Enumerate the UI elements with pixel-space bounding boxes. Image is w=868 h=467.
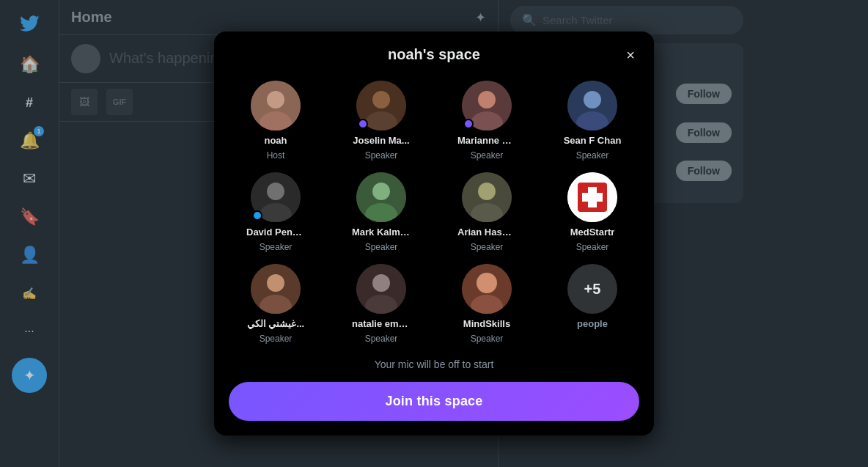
speaker-avatar-arabic bbox=[251, 264, 301, 314]
svg-point-29 bbox=[372, 274, 390, 292]
mic-notice: Your mic will be off to start bbox=[229, 358, 639, 370]
speaker-name-noah: noah bbox=[264, 135, 287, 146]
speaker-name-david: David Pendra... bbox=[246, 227, 305, 238]
speaker-role-arabic: Speaker bbox=[260, 334, 293, 344]
speaker-david: David Pendra... Speaker bbox=[229, 172, 323, 252]
speaker-avatar-sean bbox=[567, 81, 617, 130]
space-modal: × noah's space noah Host bbox=[214, 32, 654, 435]
speaker-name-natalie: natalie embrul... bbox=[352, 318, 411, 329]
speaker-arabic: غيشتي الكي... Speaker bbox=[229, 264, 323, 344]
speaker-avatar-arian bbox=[462, 172, 512, 222]
speaker-medstartr: MedStartr Speaker bbox=[545, 172, 639, 252]
speaker-name-medstartr: MedStartr bbox=[570, 227, 615, 238]
speaker-avatar-wrap-joselin bbox=[356, 81, 406, 130]
speaker-avatar-wrap-sean bbox=[567, 81, 617, 130]
svg-point-10 bbox=[584, 91, 601, 109]
svg-point-13 bbox=[267, 183, 284, 200]
modal-title: noah's space bbox=[229, 46, 639, 63]
speaker-sean: Sean F Chan Speaker bbox=[545, 81, 639, 161]
speaker-avatar-plus: +5 bbox=[567, 264, 617, 314]
speaker-natalie: natalie embrul... Speaker bbox=[334, 264, 428, 344]
speaker-role-joselin: Speaker bbox=[365, 150, 398, 161]
speaker-role-marianne: Speaker bbox=[471, 150, 504, 161]
speaker-name-mindskills: MindSkills bbox=[463, 318, 510, 329]
speaker-avatar-mark bbox=[356, 172, 406, 222]
speaker-role-medstartr: Speaker bbox=[576, 242, 609, 252]
speaker-name-sean: Sean F Chan bbox=[564, 135, 622, 146]
speaker-avatar-wrap-natalie bbox=[356, 264, 406, 314]
speaker-plus: +5 people bbox=[545, 264, 639, 344]
speaker-role-sean: Speaker bbox=[576, 150, 609, 161]
speaker-name-mark: Mark Kalman bbox=[352, 227, 411, 238]
speaker-avatar-natalie bbox=[356, 264, 406, 314]
speaker-arian: Arian Hassan Speaker bbox=[440, 172, 534, 252]
speaker-name-plus: people bbox=[577, 318, 608, 329]
speaker-role-mark: Speaker bbox=[365, 242, 398, 252]
speaker-avatar-medstartr bbox=[567, 172, 617, 222]
modal-overlay[interactable]: × noah's space noah Host bbox=[0, 0, 868, 467]
speaker-role-noah: Host bbox=[267, 150, 285, 161]
speaker-name-marianne: Marianne B... bbox=[457, 135, 516, 146]
speaker-avatar-wrap-noah bbox=[251, 81, 301, 130]
speaker-avatar-wrap-mindskills bbox=[462, 264, 512, 314]
svg-point-1 bbox=[267, 91, 284, 109]
join-button[interactable]: Join this space bbox=[229, 382, 639, 421]
speaker-avatar-noah bbox=[251, 81, 301, 130]
svg-rect-24 bbox=[582, 193, 603, 202]
speaker-dot-joselin bbox=[358, 119, 368, 129]
speaker-mark: Mark Kalman Speaker bbox=[334, 172, 428, 252]
speaker-name-joselin: Joselin Ma... bbox=[353, 135, 409, 146]
speaker-name-arabic: غيشتي الكي... bbox=[247, 318, 304, 329]
svg-point-16 bbox=[372, 183, 390, 200]
svg-point-32 bbox=[477, 273, 497, 293]
speaker-avatar-wrap-arian bbox=[462, 172, 512, 222]
close-button[interactable]: × bbox=[619, 43, 642, 67]
speaker-role-natalie: Speaker bbox=[365, 334, 398, 344]
speaker-role-david: Speaker bbox=[260, 242, 293, 252]
speaker-avatar-wrap-mark bbox=[356, 172, 406, 222]
svg-point-7 bbox=[478, 91, 496, 109]
svg-point-19 bbox=[478, 183, 496, 200]
speaker-role-mindskills: Speaker bbox=[471, 334, 504, 344]
speaker-avatar-wrap-arabic bbox=[251, 264, 301, 314]
speaker-joselin: Joselin Ma... Speaker bbox=[334, 81, 428, 161]
speaker-avatar-wrap-plus: +5 bbox=[567, 264, 617, 314]
svg-point-26 bbox=[267, 274, 284, 292]
speaker-dot-marianne bbox=[463, 119, 474, 129]
speakers-grid: noah Host Joselin Ma... Speaker bbox=[229, 81, 639, 344]
svg-point-4 bbox=[372, 91, 390, 109]
speaker-marianne: Marianne B... Speaker bbox=[440, 81, 534, 161]
speaker-noah: noah Host bbox=[229, 81, 323, 161]
speaker-mindskills: MindSkills Speaker bbox=[440, 264, 534, 344]
speaker-avatar-wrap-marianne bbox=[462, 81, 512, 130]
speaker-role-arian: Speaker bbox=[471, 242, 504, 252]
speaker-name-arian: Arian Hassan bbox=[457, 227, 516, 238]
speaker-avatar-mindskills bbox=[462, 264, 512, 314]
speaker-dot-david bbox=[252, 210, 262, 221]
speaker-avatar-wrap-david bbox=[251, 172, 301, 222]
speaker-avatar-wrap-medstartr bbox=[567, 172, 617, 222]
